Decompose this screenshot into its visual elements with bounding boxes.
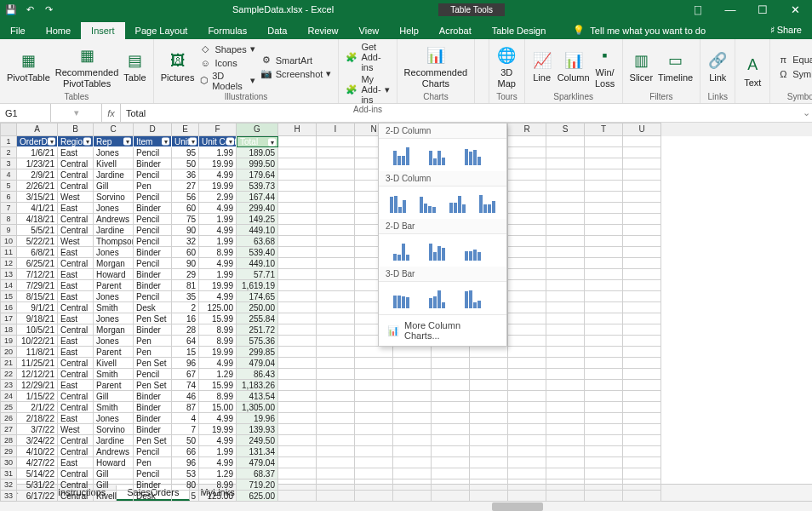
spark-line-button[interactable]: 📈Line (532, 50, 552, 83)
more-column-charts-button[interactable]: 📊More Column Charts... (379, 314, 506, 346)
row-header-10[interactable]: 10 (0, 236, 17, 247)
cell[interactable]: East (58, 203, 94, 214)
cell[interactable]: Jones (94, 413, 134, 424)
cell[interactable]: 3/15/21 (17, 192, 58, 203)
pivottable-button[interactable]: ▦PivotTable (7, 50, 50, 83)
chart-type-option[interactable] (423, 144, 450, 166)
cell[interactable]: Binder (134, 391, 172, 402)
row-header-26[interactable]: 26 (0, 413, 17, 424)
cell[interactable]: 11/8/21 (17, 347, 58, 358)
tell-me-search[interactable]: 💡Tell me what you want to do (566, 21, 712, 39)
cell[interactable]: 1.99 (199, 147, 237, 158)
cell[interactable]: 46 (172, 391, 199, 402)
cell[interactable]: 5/22/21 (17, 236, 58, 247)
chart-type-option[interactable] (423, 239, 450, 261)
cell[interactable]: Andrews (94, 214, 134, 225)
pictures-button[interactable]: 🖼Pictures (161, 50, 195, 83)
cell[interactable]: Binder (134, 203, 172, 214)
cell[interactable]: Kivell (94, 358, 134, 369)
cell[interactable]: 4/1/21 (17, 203, 58, 214)
row-header-18[interactable]: 18 (0, 324, 17, 336)
screenshot-button[interactable]: 📷Screenshot▾ (260, 68, 332, 80)
cell[interactable]: 3/24/22 (17, 435, 58, 446)
cell[interactable]: 255.84 (237, 313, 278, 324)
cell[interactable]: Parent (94, 280, 134, 291)
cell[interactable]: Smith (94, 302, 134, 313)
chart-type-option[interactable] (459, 287, 486, 309)
cell[interactable]: 19.99 (199, 280, 237, 291)
cell[interactable]: 90 (172, 225, 199, 236)
cell[interactable]: 4.99 (199, 258, 237, 269)
row-header-29[interactable]: 29 (0, 446, 17, 457)
cell[interactable]: 8.99 (199, 324, 237, 336)
col-header-S[interactable]: S (546, 123, 585, 136)
ribbon-tab-formulas[interactable]: Formulas (197, 22, 257, 39)
cell[interactable]: 57.71 (237, 269, 278, 280)
cell[interactable]: East (58, 413, 94, 424)
cell[interactable]: Jones (94, 291, 134, 302)
cell[interactable]: 32 (172, 236, 199, 247)
cell[interactable]: 8.99 (199, 247, 237, 258)
cell[interactable]: 174.65 (237, 291, 278, 302)
cell[interactable]: 1.29 (199, 369, 237, 380)
cell[interactable]: Pencil (134, 258, 172, 269)
redo-icon[interactable]: ↷ (43, 3, 54, 15)
ribbon-tab-help[interactable]: Help (389, 22, 429, 39)
icons-button[interactable]: ☺Icons (199, 57, 254, 69)
cell[interactable]: Parent (94, 380, 134, 391)
cell[interactable]: 12/29/21 (17, 380, 58, 391)
table-header-total[interactable]: Total (237, 136, 278, 147)
cell[interactable]: Pen (134, 336, 172, 347)
cell[interactable]: 63.68 (237, 236, 278, 247)
cell[interactable]: Jardine (94, 225, 134, 236)
cell[interactable]: 149.25 (237, 214, 278, 225)
cell[interactable]: 1.99 (199, 269, 237, 280)
cell[interactable]: Gill (94, 479, 134, 491)
cell[interactable]: Kivell (94, 491, 134, 502)
cell[interactable]: Pencil (134, 169, 172, 181)
col-header-U[interactable]: U (623, 123, 661, 136)
cell[interactable]: 29 (172, 269, 199, 280)
cell[interactable]: 4.99 (199, 203, 237, 214)
cell[interactable]: 4.99 (199, 291, 237, 302)
cell[interactable]: 27 (172, 181, 199, 192)
cell[interactable]: 1/23/21 (17, 158, 58, 169)
cell[interactable]: 189.05 (237, 147, 278, 158)
cell[interactable]: 8.99 (199, 479, 237, 491)
cell[interactable]: Pencil (134, 446, 172, 457)
cell[interactable]: 16 (172, 313, 199, 324)
col-header-F[interactable]: F (199, 123, 237, 136)
cell[interactable]: Thompson (94, 236, 134, 247)
chart-type-option[interactable] (387, 239, 415, 261)
cell[interactable]: 249.50 (237, 435, 278, 446)
cell[interactable]: East (58, 280, 94, 291)
cell[interactable]: Desk (134, 302, 172, 313)
row-header-17[interactable]: 17 (0, 313, 17, 324)
cell[interactable]: Central (58, 369, 94, 380)
row-header-16[interactable]: 16 (0, 302, 17, 313)
table-header-rep[interactable]: Rep (94, 136, 134, 147)
cell[interactable]: Central (58, 446, 94, 457)
cell[interactable]: 35 (172, 291, 199, 302)
cell[interactable]: 2/18/22 (17, 413, 58, 424)
cell[interactable]: 9/1/21 (17, 302, 58, 313)
cell[interactable]: 50 (172, 158, 199, 169)
cell[interactable]: 10/22/21 (17, 336, 58, 347)
cell[interactable]: Central (58, 468, 94, 479)
spark-winloss-button[interactable]: ▪Win/ Loss (595, 45, 615, 88)
cell[interactable]: 12/12/21 (17, 369, 58, 380)
cell[interactable]: Central (58, 181, 94, 192)
cell[interactable]: 36 (172, 169, 199, 181)
ribbon-tab-review[interactable]: Review (297, 22, 348, 39)
cell[interactable]: Central (58, 225, 94, 236)
col-header-E[interactable]: E (172, 123, 199, 136)
cell[interactable]: 449.10 (237, 225, 278, 236)
cell[interactable]: Jones (94, 336, 134, 347)
col-header-I[interactable]: I (317, 123, 355, 136)
cell[interactable]: 479.04 (237, 358, 278, 369)
chart-type-option[interactable] (387, 287, 415, 309)
ribbon-tab-home[interactable]: Home (36, 22, 81, 39)
chart-type-option[interactable] (447, 192, 468, 214)
cell[interactable]: 96 (172, 358, 199, 369)
cell[interactable]: 2.99 (199, 192, 237, 203)
